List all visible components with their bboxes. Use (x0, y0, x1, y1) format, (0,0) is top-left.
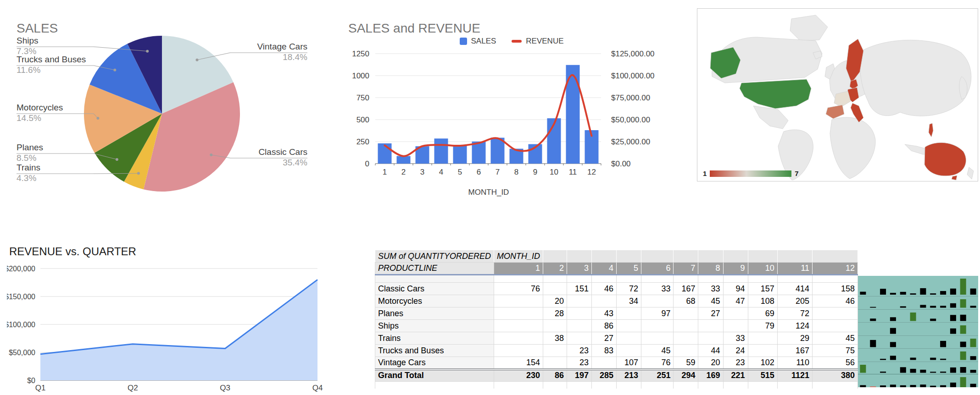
combo-chart-panel[interactable]: SALES and REVENUE SALES REVENUE 0$0.0025… (342, 9, 681, 202)
pivot-spacer-cell[interactable] (748, 275, 777, 283)
pivot-grand-total-value[interactable]: 1121 (777, 369, 812, 382)
pivot-value-cell[interactable] (813, 307, 858, 320)
pivot-value-cell[interactable] (616, 332, 641, 345)
map-region-mexico[interactable] (753, 106, 788, 129)
pivot-value-cell[interactable] (543, 283, 567, 295)
pivot-value-cell[interactable] (813, 320, 858, 332)
sparkline-grand-total[interactable] (858, 374, 978, 389)
pivot-value-cell[interactable]: 158 (813, 283, 858, 295)
pivot-empty-cell[interactable] (641, 382, 674, 389)
sparkline-planes[interactable] (858, 309, 978, 323)
pivot-spacer-cell[interactable] (698, 275, 723, 283)
pivot-value-cell[interactable]: 157 (748, 283, 777, 295)
pivot-header-filler-cell[interactable] (591, 250, 616, 263)
pivot-value-cell[interactable]: 86 (591, 320, 616, 332)
pivot-value-cell[interactable] (494, 332, 543, 345)
pivot-empty-cell[interactable] (375, 382, 494, 389)
pivot-value-cell[interactable] (591, 295, 616, 307)
sparkline-motorcycles[interactable] (858, 296, 978, 309)
pivot-grand-total-value[interactable]: 169 (698, 369, 723, 382)
pivot-value-cell[interactable] (567, 295, 591, 307)
pivot-value-cell[interactable]: 45 (641, 345, 674, 357)
pivot-value-cell[interactable]: 44 (698, 345, 723, 357)
pivot-value-cell[interactable]: 167 (777, 345, 812, 357)
sparkline-trucks-and-buses[interactable] (858, 348, 978, 362)
pivot-empty-cell[interactable] (698, 382, 723, 389)
pivot-value-cell[interactable]: 94 (723, 283, 748, 295)
pivot-productline-cell[interactable]: PRODUCTLINE (375, 263, 494, 275)
pivot-value-cell[interactable]: 46 (813, 295, 858, 307)
map-region-tasmania[interactable] (952, 176, 957, 180)
pivot-grand-total-value[interactable]: 213 (616, 369, 641, 382)
pivot-month-header-10[interactable]: 10 (748, 263, 777, 275)
pivot-value-cell[interactable]: 69 (748, 307, 777, 320)
pivot-value-cell[interactable] (591, 357, 616, 369)
pivot-empty-cell[interactable] (777, 382, 812, 389)
pivot-month-header-6[interactable]: 6 (641, 263, 674, 275)
pivot-value-cell[interactable]: 28 (543, 307, 567, 320)
map-region-asia[interactable] (860, 40, 971, 116)
pivot-header-filler-cell[interactable] (698, 250, 723, 263)
pivot-value-cell[interactable]: 72 (777, 307, 812, 320)
pivot-grand-total-label[interactable]: Grand Total (375, 369, 494, 382)
pivot-value-cell[interactable] (543, 320, 567, 332)
pivot-empty-cell[interactable] (674, 382, 698, 389)
pivot-value-cell[interactable]: 33 (723, 332, 748, 345)
pivot-value-cell[interactable]: 24 (723, 345, 748, 357)
pivot-grand-total-value[interactable]: 285 (591, 369, 616, 382)
sparkline-panel[interactable] (858, 276, 978, 387)
sparkline-ships[interactable] (858, 322, 978, 335)
pivot-value-cell[interactable]: 414 (777, 283, 812, 295)
pivot-value-cell[interactable] (494, 345, 543, 357)
pivot-header-filler-cell[interactable] (813, 250, 858, 263)
pivot-value-cell[interactable]: 33 (698, 283, 723, 295)
pivot-table[interactable]: SUM of QUANTITYORDEREDMONTH_IDPRODUCTLIN… (375, 250, 858, 389)
pivot-value-cell[interactable]: 107 (616, 357, 641, 369)
pivot-value-cell[interactable] (674, 320, 698, 332)
pivot-header-filler-cell[interactable] (616, 250, 641, 263)
pivot-value-cell[interactable] (674, 345, 698, 357)
pivot-header-filler-cell[interactable] (777, 250, 812, 263)
pivot-month-header-3[interactable]: 3 (567, 263, 591, 275)
pivot-month-id-cell[interactable]: MONTH_ID (494, 250, 543, 263)
pivot-grand-total-value[interactable]: 251 (641, 369, 674, 382)
pivot-value-cell[interactable] (723, 320, 748, 332)
pivot-month-header-2[interactable]: 2 (543, 263, 567, 275)
pivot-grand-total-value[interactable]: 515 (748, 369, 777, 382)
pie-chart-panel[interactable]: SALES Vintage Cars18.4%Classic Cars35.4%… (9, 9, 317, 202)
sparkline-classic-cars[interactable] (858, 276, 978, 296)
pivot-value-cell[interactable]: 68 (674, 295, 698, 307)
pivot-value-cell[interactable]: 110 (777, 357, 812, 369)
pivot-value-cell[interactable] (494, 307, 543, 320)
pivot-value-cell[interactable]: 76 (641, 357, 674, 369)
pivot-empty-cell[interactable] (543, 382, 567, 389)
pivot-header-filler-cell[interactable] (567, 250, 591, 263)
pivot-grand-total-value[interactable]: 221 (723, 369, 748, 382)
pivot-value-cell[interactable] (567, 320, 591, 332)
pivot-month-header-7[interactable]: 7 (674, 263, 698, 275)
pie-chart[interactable]: Vintage Cars18.4%Classic Cars35.4%Trains… (9, 9, 317, 202)
pivot-value-cell[interactable]: 59 (674, 357, 698, 369)
pivot-value-cell[interactable] (748, 332, 777, 345)
pivot-value-cell[interactable] (674, 332, 698, 345)
pivot-empty-cell[interactable] (616, 382, 641, 389)
pivot-value-cell[interactable]: 20 (543, 295, 567, 307)
pivot-value-cell[interactable]: 43 (591, 307, 616, 320)
pivot-value-cell[interactable] (567, 332, 591, 345)
pivot-month-header-12[interactable]: 12 (813, 263, 858, 275)
pivot-value-cell[interactable] (494, 320, 543, 332)
pivot-value-cell[interactable]: 34 (616, 295, 641, 307)
map-region-greenland[interactable] (790, 15, 828, 41)
pivot-value-cell[interactable]: 76 (494, 283, 543, 295)
pivot-value-cell[interactable] (641, 295, 674, 307)
sales-bar-month-2[interactable] (397, 156, 411, 164)
pivot-spacer-cell[interactable] (591, 275, 616, 283)
pivot-header-filler-cell[interactable] (543, 250, 567, 263)
pivot-table-panel[interactable]: SUM of QUANTITYORDEREDMONTH_IDPRODUCTLIN… (375, 250, 858, 389)
pivot-value-cell[interactable]: 83 (591, 345, 616, 357)
pivot-row-label-planes[interactable]: Planes (375, 307, 494, 320)
pivot-month-header-9[interactable]: 9 (723, 263, 748, 275)
pivot-value-cell[interactable] (616, 307, 641, 320)
pivot-value-cell[interactable]: 23 (567, 357, 591, 369)
pivot-month-header-5[interactable]: 5 (616, 263, 641, 275)
